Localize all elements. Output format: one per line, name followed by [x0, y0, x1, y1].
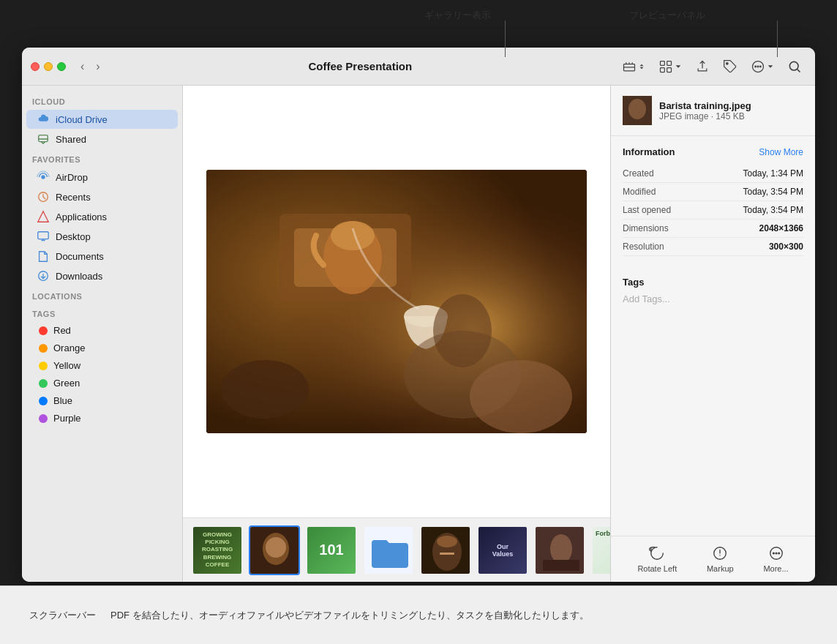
gallery-view-button[interactable] [618, 56, 650, 77]
sidebar-item-tag-red[interactable]: Red [26, 322, 178, 339]
svg-rect-30 [206, 170, 587, 433]
recents-icon [37, 190, 50, 203]
preview-file-type: JPEG image · 145 KB [659, 111, 751, 121]
thumbnail-barista[interactable] [249, 525, 300, 575]
shared-label: Shared [56, 134, 86, 145]
grid-view-button[interactable] [654, 56, 686, 77]
forward-button[interactable]: › [93, 59, 102, 75]
info-value: Today, 3:54 PM [743, 205, 804, 215]
tags-title: Tags [623, 277, 803, 288]
svg-point-46 [773, 553, 774, 554]
maximize-button[interactable] [57, 62, 66, 71]
sidebar-item-documents[interactable]: Documents [26, 247, 178, 266]
share-icon [695, 59, 710, 74]
info-label: Dimensions [623, 223, 669, 233]
svg-point-7 [755, 66, 757, 67]
tag-label-red: Red [53, 325, 71, 336]
barista2-thumb-svg [536, 527, 585, 575]
svg-marker-14 [38, 211, 48, 222]
gallery-area[interactable] [183, 86, 610, 517]
sidebar-item-icloud-drive[interactable]: iCloud Drive [26, 110, 178, 129]
sidebar-item-tag-blue[interactable]: Blue [26, 392, 178, 409]
downloads-icon [37, 269, 50, 282]
locations-section-header: Locations [22, 286, 182, 304]
book-thumb-content: GROWINGPICKINGROASTINGBREWINGCOFFEE [193, 527, 241, 574]
barista-thumb-svg [250, 527, 300, 575]
info-title: Information [623, 146, 675, 157]
sidebar-item-downloads[interactable]: Downloads [26, 266, 178, 285]
thumbnail-coffee-bag[interactable] [420, 525, 471, 575]
info-row: Created Today, 1:34 PM [623, 165, 803, 183]
sidebar-item-tag-green[interactable]: Green [26, 375, 178, 392]
sidebar-item-recents[interactable]: Recents [26, 187, 178, 206]
window-title: Coffee Presentation [109, 60, 612, 72]
info-label: Resolution [623, 242, 664, 252]
more-actions-icon [768, 545, 784, 561]
more-options-button[interactable] [746, 56, 778, 77]
icloud-drive-icon [37, 113, 50, 126]
svg-rect-38 [440, 553, 454, 555]
folder-thumb-svg [364, 527, 414, 575]
our-values-content: OurValues [478, 527, 527, 574]
grid-icon [658, 59, 673, 74]
preview-thumbnail [623, 96, 652, 125]
preview-header: Barista training.jpeg JPEG image · 145 K… [611, 86, 815, 136]
svg-point-33 [266, 537, 286, 558]
sidebar-item-tag-orange[interactable]: Orange [26, 340, 178, 356]
desktop-icon [37, 230, 50, 243]
thumbnail-book[interactable]: GROWINGPICKINGROASTINGBREWINGCOFFEE [192, 525, 243, 575]
tag-dot-blue [39, 397, 48, 405]
tag-button[interactable] [718, 56, 742, 77]
svg-point-37 [437, 536, 457, 547]
thumbnail-strip[interactable]: GROWINGPICKINGROASTINGBREWINGCOFFEE 101 [183, 517, 610, 582]
rotate-left-button[interactable]: Rotate Left [637, 545, 677, 573]
thumbnail-folder[interactable] [363, 525, 414, 575]
grid-chevron-icon [675, 63, 682, 70]
gallery-annotation: ギャラリー表示 [424, 9, 491, 22]
minimize-button[interactable] [44, 62, 53, 71]
sidebar-item-airdrop[interactable]: AirDrop [26, 168, 178, 187]
thumbnail-green-doc[interactable]: Forbes [591, 525, 610, 575]
thumbnail-our-values[interactable]: OurValues [477, 525, 528, 575]
sidebar-item-desktop[interactable]: Desktop [26, 227, 178, 246]
tag-label-yellow: Yellow [53, 360, 80, 371]
preview-tags-section: Tags Add Tags... [611, 266, 815, 315]
back-button[interactable]: ‹ [78, 59, 87, 75]
documents-icon [37, 250, 50, 263]
more-actions-label: More... [763, 564, 788, 573]
sidebar-item-tag-yellow[interactable]: Yellow [26, 357, 178, 374]
search-button[interactable] [783, 56, 806, 77]
show-more-button[interactable]: Show More [759, 147, 803, 157]
tag-list: Red Orange Yellow Green Blue Purple [22, 322, 182, 427]
sidebar-item-tag-purple[interactable]: Purple [26, 410, 178, 427]
add-tags-input[interactable]: Add Tags... [623, 293, 803, 304]
gallery-icon [622, 59, 637, 74]
preview-file-name: Barista training.jpeg [659, 100, 751, 111]
tag-dot-purple [39, 414, 48, 423]
sidebar-item-shared[interactable]: Shared [26, 130, 178, 149]
content-area: iCloud iCloud Drive Shared [22, 86, 815, 582]
sidebar-item-applications[interactable]: Applications [26, 207, 178, 226]
scrubber-label: スクラバーバー [29, 609, 96, 622]
tag-dot-yellow [39, 362, 48, 370]
close-button[interactable] [31, 62, 40, 71]
101-thumb-content: 101 [307, 527, 356, 574]
tag-icon [723, 59, 737, 74]
bottom-annotation-bar: スクラバーバー PDF を結合したり、オーディオファイルやビデオファイルをトリミ… [0, 585, 837, 644]
toolbar-right [618, 56, 806, 77]
info-row: Dimensions 2048×1366 [623, 220, 803, 238]
svg-rect-3 [661, 67, 665, 72]
documents-label: Documents [56, 251, 104, 262]
sidebar: iCloud iCloud Drive Shared [22, 86, 183, 582]
markup-button[interactable]: Markup [707, 545, 734, 573]
info-row: Last opened Today, 3:54 PM [623, 201, 803, 220]
title-bar: ‹ › Coffee Presentation [22, 48, 815, 86]
thumbnail-barista2[interactable] [534, 525, 585, 575]
more-actions-button[interactable]: More... [763, 545, 788, 573]
share-button[interactable] [691, 56, 714, 77]
thumbnail-101[interactable]: 101 [306, 525, 357, 575]
preview-thumb-svg [623, 96, 652, 125]
tag-dot-orange [39, 344, 48, 353]
info-row: Resolution 300×300 [623, 238, 803, 256]
traffic-lights [31, 62, 66, 71]
